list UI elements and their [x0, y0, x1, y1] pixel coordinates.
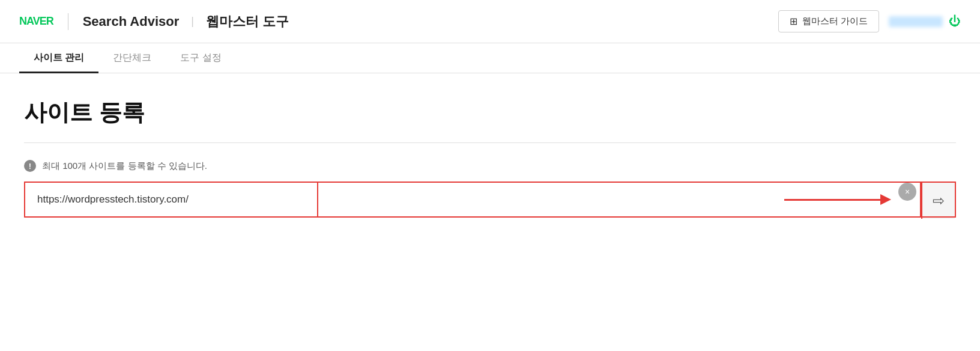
search-advisor-title: Search Advisor [83, 14, 180, 29]
tab-tool-settings[interactable]: 도구 설정 [166, 43, 235, 73]
user-area: ⏻ [889, 14, 961, 28]
arrow-head [880, 194, 891, 205]
guide-icon: ⊞ [790, 16, 797, 27]
main-content: 사이트 등록 ! 최대 100개 사이트를 등록할 수 있습니다. × ⇨ [0, 73, 980, 237]
title-divider: | [191, 15, 194, 28]
clear-button[interactable]: × [898, 183, 916, 201]
submit-icon: ⇨ [933, 192, 945, 209]
info-notice-text: 최대 100개 사이트를 등록할 수 있습니다. [42, 160, 207, 172]
url-input[interactable] [25, 183, 301, 216]
user-name [889, 16, 943, 27]
guide-button-label: 웹마스터 가이드 [802, 16, 868, 27]
naver-logo: NAVER [19, 15, 53, 28]
header: NAVER Search Advisor | 웹마스터 도구 ⊞ 웹마스터 가이… [0, 0, 980, 43]
nav-tabs: 사이트 관리 간단체크 도구 설정 [0, 43, 980, 73]
page-title: 사이트 등록 [24, 97, 956, 128]
header-divider [68, 13, 68, 30]
divider [24, 142, 956, 143]
header-right: ⊞ 웹마스터 가이드 ⏻ [778, 10, 961, 32]
header-left: NAVER Search Advisor | 웹마스터 도구 [19, 13, 289, 31]
tab-quick-check[interactable]: 간단체크 [98, 43, 166, 73]
info-notice: ! 최대 100개 사이트를 등록할 수 있습니다. [24, 160, 956, 172]
webmaster-tool-title: 웹마스터 도구 [206, 13, 289, 31]
guide-button[interactable]: ⊞ 웹마스터 가이드 [778, 10, 879, 32]
tab-site-manage[interactable]: 사이트 관리 [19, 43, 98, 73]
arrow-line [784, 199, 880, 201]
submit-button[interactable]: ⇨ [921, 183, 955, 219]
power-icon[interactable]: ⏻ [949, 14, 961, 28]
info-icon: ! [24, 160, 36, 172]
naver-logo-text: NAVER [19, 15, 53, 28]
red-arrow [784, 194, 891, 205]
clear-icon: × [905, 187, 910, 197]
arrow-area [301, 183, 898, 216]
